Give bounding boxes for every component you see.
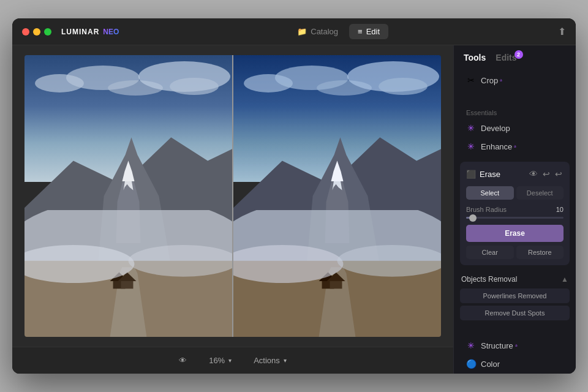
essentials-heading: Essentials [461, 104, 568, 119]
canvas-toolbar: 👁 16% ▾ Actions ▾ [12, 347, 453, 374]
structure-label: Structure [481, 341, 518, 350]
dust-spots-item[interactable]: Remove Dust Spots [460, 306, 570, 320]
color-icon: 🔵 [466, 359, 476, 369]
crop-section: ✂ Crop [454, 67, 576, 93]
erase-eye-btn[interactable]: 👁 [528, 168, 539, 180]
edit-label: Edit [366, 27, 380, 36]
restore-button[interactable]: Restore [516, 246, 564, 259]
lower-tools-section: ✳ Structure 🔵 Color ⬛ Black & White ⬛ De… [454, 333, 576, 374]
eye-button[interactable]: 👁 [174, 353, 192, 368]
color-item[interactable]: 🔵 Color [461, 355, 568, 373]
enhance-item[interactable]: ✳ Enhance [461, 137, 568, 156]
deselect-button[interactable]: Deselect [516, 186, 564, 200]
structure-icon: ✳ [466, 341, 476, 350]
after-panel [233, 55, 441, 337]
app-name: LUMINAR [61, 28, 99, 36]
clear-restore-row: Clear Restore [466, 246, 564, 259]
minimize-button[interactable] [33, 28, 40, 36]
before-panel [24, 55, 232, 337]
clear-button[interactable]: Clear [466, 246, 514, 259]
powerlines-item[interactable]: Powerlines Removed [460, 288, 570, 303]
app-neo: NEO [103, 28, 119, 36]
erase-reset-btn[interactable]: ↩ [541, 168, 551, 180]
share-icon[interactable]: ⬆ [558, 26, 566, 37]
eye-icon: 👁 [179, 356, 187, 365]
brush-radius-value: 10 [556, 206, 564, 213]
objects-arrow-icon: ▲ [561, 275, 568, 284]
erase-undo-btn[interactable]: ↩ [554, 168, 564, 180]
tab-tools[interactable]: Tools [464, 53, 486, 62]
edit-nav-button[interactable]: ≡ Edit [349, 24, 388, 39]
actions-chevron: ▾ [284, 357, 287, 364]
bw-item[interactable]: ⬛ Black & White [461, 373, 568, 374]
titlebar: LUMINAR NEO 📁 Catalog ≡ Edit ⬆ [12, 18, 576, 45]
app-logo: LUMINAR NEO [61, 28, 119, 36]
brush-slider[interactable] [466, 217, 564, 219]
select-row: Select Deselect [466, 186, 564, 200]
essentials-section: Essentials ✳ Develop ✳ Enhance [454, 100, 576, 159]
erase-action-button[interactable]: Erase [466, 225, 564, 242]
crop-item[interactable]: ✂ Crop [461, 71, 568, 89]
structure-item[interactable]: ✳ Structure [461, 336, 568, 355]
erase-controls: 👁 ↩ ↩ [528, 168, 564, 180]
objects-section: Objects Removal ▲ Powerlines Removed Rem… [460, 270, 570, 323]
actions-button[interactable]: Actions ▾ [249, 353, 292, 368]
canvas-viewport [12, 45, 453, 347]
titlebar-right: ⬆ [558, 26, 566, 37]
main-content: 👁 16% ▾ Actions ▾ Tools Edits [12, 45, 576, 374]
traffic-lights [22, 28, 51, 36]
tab-edits[interactable]: Edits 2 [496, 53, 516, 62]
objects-header[interactable]: Objects Removal ▲ [460, 270, 570, 288]
zoom-chevron: ▾ [228, 357, 232, 364]
after-photo [233, 55, 441, 337]
erase-panel: ⬛ Erase 👁 ↩ ↩ Select Deselect Br [460, 162, 570, 265]
svg-rect-10 [121, 280, 134, 288]
svg-rect-24 [330, 280, 342, 288]
actions-label: Actions [254, 356, 280, 365]
enhance-label: Enhance [481, 142, 516, 151]
before-photo [24, 55, 232, 337]
zoom-button[interactable]: 16% ▾ [204, 353, 236, 368]
erase-icon: ⬛ [466, 170, 476, 179]
zoom-level: 16% [209, 356, 225, 365]
edit-icon: ≡ [358, 27, 363, 36]
edits-badge: 2 [514, 50, 523, 59]
objects-title: Objects Removal [461, 275, 517, 284]
enhance-icon: ✳ [466, 141, 476, 151]
titlebar-nav: 📁 Catalog ≡ Edit [288, 24, 388, 39]
crop-label: Crop [481, 76, 502, 85]
develop-item[interactable]: ✳ Develop [461, 119, 568, 137]
catalog-nav-button[interactable]: 📁 Catalog [288, 24, 347, 39]
close-button[interactable] [22, 28, 29, 36]
catalog-label: Catalog [311, 27, 338, 36]
erase-header: ⬛ Erase 👁 ↩ ↩ [466, 168, 564, 180]
maximize-button[interactable] [44, 28, 51, 36]
brush-row: Brush Radius 10 [466, 206, 564, 213]
app-window: LUMINAR NEO 📁 Catalog ≡ Edit ⬆ [12, 18, 576, 374]
select-button[interactable]: Select [466, 186, 514, 200]
panel-tabs: Tools Edits 2 [454, 45, 576, 67]
develop-label: Develop [481, 124, 510, 133]
canvas-area: 👁 16% ▾ Actions ▾ [12, 45, 453, 374]
brush-radius-label: Brush Radius [466, 206, 507, 213]
split-view [24, 55, 441, 337]
catalog-icon: 📁 [297, 27, 307, 36]
slider-thumb [469, 214, 477, 222]
right-panel: Tools Edits 2 ✂ Crop Essentials ✳ [453, 45, 576, 374]
crop-icon: ✂ [466, 75, 476, 85]
develop-icon: ✳ [466, 123, 476, 133]
erase-title: ⬛ Erase [466, 170, 500, 179]
color-label: Color [481, 360, 500, 369]
